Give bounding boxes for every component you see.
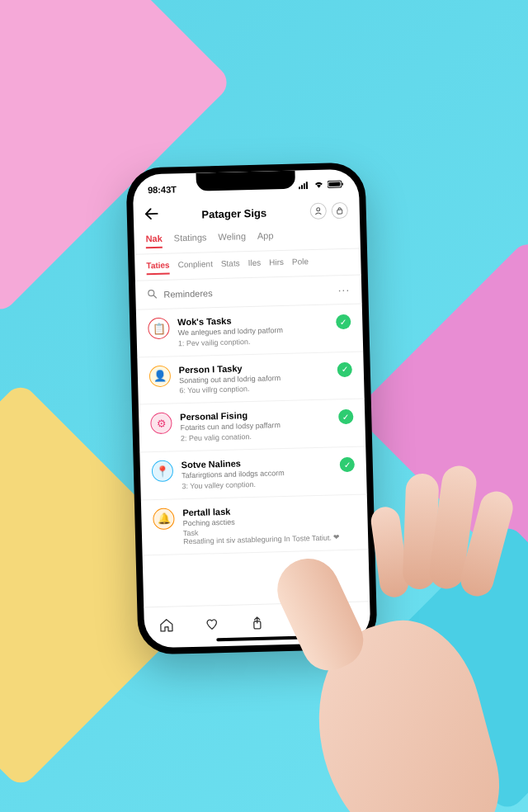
lock-icon[interactable] — [331, 202, 348, 220]
svg-point-7 — [317, 208, 320, 211]
list-item[interactable]: 📍 Sotve Nalines Tafarirgtions and ilodgs… — [139, 446, 366, 500]
svg-line-10 — [153, 295, 156, 298]
task-list: 📋 Wok's Tasks We anlegues and lodrty pat… — [136, 304, 370, 607]
heart-icon[interactable] — [204, 616, 221, 633]
svg-rect-1 — [301, 185, 303, 189]
svg-rect-0 — [299, 186, 300, 189]
tab-nak[interactable]: Nak — [145, 234, 163, 249]
status-icons — [299, 180, 344, 191]
svg-point-9 — [148, 290, 154, 296]
search-icon — [147, 287, 157, 302]
svg-rect-5 — [328, 182, 340, 186]
status-time: 98:43T — [148, 184, 177, 195]
check-icon: ✓ — [338, 409, 353, 424]
svg-rect-6 — [342, 183, 343, 186]
subtab-hirs[interactable]: Hirs — [269, 257, 284, 271]
list-item[interactable]: 👤 Person I Tasky Sonating out and lodrig… — [137, 352, 364, 405]
battery-icon — [328, 180, 344, 191]
bottom-nav — [144, 601, 370, 648]
subtab-iles[interactable]: Iles — [248, 258, 261, 272]
subtab-stats[interactable]: Stats — [221, 258, 240, 273]
list-item[interactable]: ⚙ Personal Fising Fotarits cun and Iodsy… — [139, 399, 365, 453]
list-item[interactable]: 📋 Wok's Tasks We anlegues and lodrty pat… — [136, 304, 363, 357]
chat-icon[interactable] — [294, 613, 311, 630]
person-icon: 👤 — [149, 365, 172, 387]
back-button[interactable] — [145, 208, 158, 223]
screen: 98:43T Patager Sigs — [133, 169, 371, 649]
more-icon[interactable]: ··· — [337, 283, 350, 296]
subtab-pole[interactable]: Pole — [292, 257, 309, 271]
profile-icon[interactable] — [339, 611, 356, 629]
home-icon[interactable] — [158, 616, 176, 634]
tab-statings[interactable]: Statings — [174, 232, 207, 248]
subtab-conplient[interactable]: Conplient — [177, 259, 213, 274]
svg-rect-3 — [306, 182, 308, 189]
list-item[interactable]: 🔔 Pertall lask Poching ascties Task Resa… — [141, 494, 369, 556]
check-icon: ✓ — [337, 361, 352, 376]
share-icon[interactable] — [249, 614, 266, 631]
check-icon: ✓ — [336, 314, 351, 329]
bell-icon: 🔔 — [153, 508, 175, 530]
gear-icon: ⚙ — [150, 413, 172, 435]
page-title: Patager Sigs — [158, 205, 310, 222]
account-icon[interactable] — [310, 203, 328, 220]
check-icon: ✓ — [340, 457, 355, 472]
wifi-icon — [314, 181, 324, 191]
subtab-taties[interactable]: Taties — [146, 261, 170, 276]
svg-point-12 — [345, 615, 350, 620]
note-icon: 📋 — [148, 318, 170, 340]
svg-rect-8 — [337, 210, 342, 214]
item-sub: Task Resatling int siv astableguring In … — [183, 525, 356, 545]
notch — [196, 171, 296, 191]
phone-frame: 98:43T Patager Sigs — [125, 162, 377, 654]
pin-icon: 📍 — [152, 460, 174, 483]
signal-icon — [299, 181, 310, 191]
svg-rect-2 — [304, 183, 305, 189]
tab-weling[interactable]: Weling — [218, 231, 246, 247]
search-input[interactable] — [163, 285, 332, 299]
tab-app[interactable]: App — [257, 230, 274, 246]
